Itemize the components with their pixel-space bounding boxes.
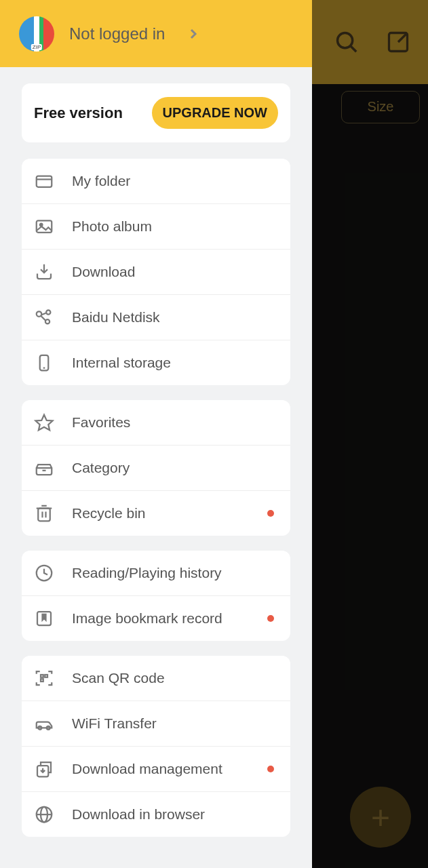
menu-item-scan-qr[interactable]: Scan QR code (22, 656, 290, 701)
menu-item-reading-history[interactable]: Reading/Playing history (22, 551, 290, 595)
svg-rect-24 (41, 679, 43, 682)
trash-icon (34, 503, 54, 524)
menu-label: Download in browser (72, 806, 205, 823)
svg-rect-5 (37, 220, 52, 233)
menu-label: Recycle bin (72, 505, 146, 521)
menu-label: My folder (72, 173, 130, 189)
download-manage-icon (34, 759, 54, 779)
svg-rect-23 (45, 675, 47, 677)
menu-item-internal-storage[interactable]: Internal storage (22, 340, 290, 385)
svg-rect-15 (38, 509, 50, 521)
phone-icon (34, 353, 54, 373)
app-logo-icon (19, 16, 54, 52)
menu-item-photo-album[interactable]: Photo album (22, 203, 290, 249)
menu-label: Download management (72, 761, 222, 777)
menu-item-my-folder[interactable]: My folder (22, 159, 290, 203)
download-icon (34, 262, 54, 282)
qr-scan-icon (34, 668, 54, 688)
drawer-content: Free version UPGRADE NOW My folder Photo… (0, 67, 312, 868)
menu-group-history: Reading/Playing history Image bookmark r… (22, 551, 290, 641)
svg-point-8 (46, 310, 50, 314)
version-label: Free version (34, 104, 123, 122)
clock-icon (34, 563, 54, 583)
globe-icon (34, 804, 54, 825)
star-icon (34, 412, 54, 433)
menu-label: Photo album (72, 218, 152, 235)
svg-point-6 (40, 224, 43, 226)
menu-label: Scan QR code (72, 670, 165, 686)
image-icon (34, 216, 54, 237)
category-icon (34, 458, 54, 478)
bookmark-icon (34, 608, 54, 629)
version-card: Free version UPGRADE NOW (22, 83, 290, 142)
menu-label: Image bookmark record (72, 610, 222, 627)
menu-item-recycle-bin[interactable]: Recycle bin (22, 490, 290, 536)
chevron-right-icon (185, 26, 201, 42)
menu-item-category[interactable]: Category (22, 445, 290, 490)
svg-marker-12 (36, 415, 53, 431)
cloud-share-icon (34, 307, 54, 328)
folder-icon (34, 171, 54, 191)
svg-rect-22 (41, 675, 43, 677)
menu-label: Download (72, 264, 135, 280)
menu-group-favorites: Favorites Category Recycle bin (22, 400, 290, 536)
menu-label: Reading/Playing history (72, 565, 222, 581)
menu-label: Internal storage (72, 355, 171, 371)
menu-group-locations: My folder Photo album Download Baidu Net… (22, 159, 290, 385)
menu-item-favorites[interactable]: Favorites (22, 400, 290, 445)
car-transfer-icon (34, 713, 54, 734)
svg-rect-3 (37, 176, 52, 187)
menu-label: WiFi Transfer (72, 715, 157, 732)
menu-item-download[interactable]: Download (22, 249, 290, 294)
menu-item-download-management[interactable]: Download management (22, 746, 290, 791)
notification-dot-icon (267, 510, 274, 517)
notification-dot-icon (267, 615, 274, 622)
menu-item-image-bookmark[interactable]: Image bookmark record (22, 595, 290, 641)
menu-group-tools: Scan QR code WiFi Transfer Download mana… (22, 656, 290, 837)
notification-dot-icon (267, 766, 274, 772)
menu-label: Favorites (72, 414, 130, 431)
menu-item-wifi-transfer[interactable]: WiFi Transfer (22, 701, 290, 746)
upgrade-button[interactable]: UPGRADE NOW (152, 97, 278, 129)
menu-label: Baidu Netdisk (72, 309, 160, 326)
login-status-text: Not logged in (69, 24, 165, 43)
drawer-header[interactable]: Not logged in (0, 0, 312, 67)
menu-item-baidu-netdisk[interactable]: Baidu Netdisk (22, 294, 290, 340)
menu-item-download-browser[interactable]: Download in browser (22, 791, 290, 837)
navigation-drawer: Not logged in Free version UPGRADE NOW M… (0, 0, 312, 868)
menu-label: Category (72, 460, 130, 476)
